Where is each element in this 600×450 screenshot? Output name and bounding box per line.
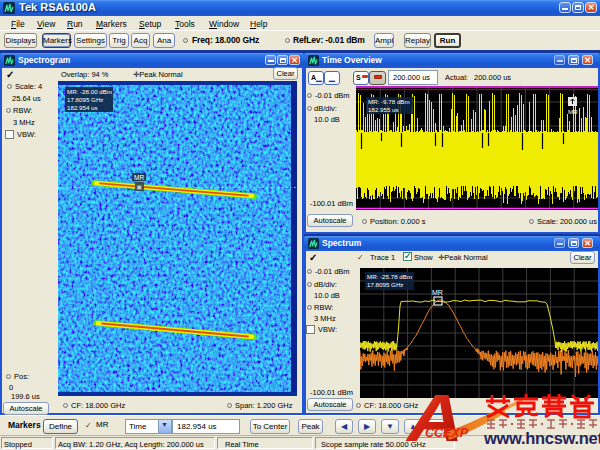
svg-text:▣: ▣ bbox=[137, 184, 143, 190]
svg-text:MR: -28.00 dBm: MR: -28.00 dBm bbox=[67, 88, 112, 95]
svg-text:MR: MR bbox=[432, 289, 443, 296]
svg-text:MR: MR bbox=[568, 108, 578, 115]
svg-text:17.8095 GHz: 17.8095 GHz bbox=[367, 281, 403, 288]
svg-text:MR: -25.78 dBm: MR: -25.78 dBm bbox=[367, 273, 412, 280]
svg-text:182.955 us: 182.955 us bbox=[368, 106, 399, 113]
svg-text:MR: -9.78 dBm: MR: -9.78 dBm bbox=[368, 98, 410, 105]
svg-text:182.954 us: 182.954 us bbox=[67, 104, 98, 111]
svg-text:MR: MR bbox=[134, 174, 144, 181]
svg-text:17.8095 GHz: 17.8095 GHz bbox=[67, 96, 103, 103]
